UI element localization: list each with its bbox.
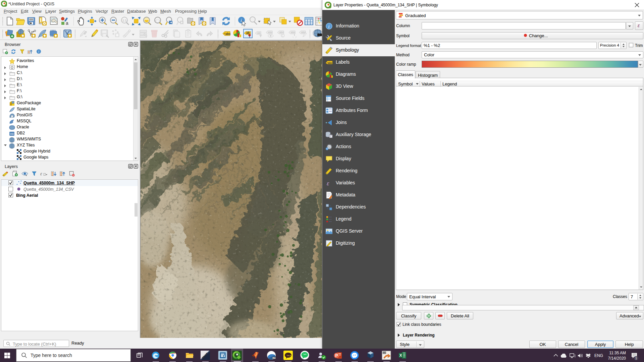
svg-text:G4: G4 (383, 352, 386, 354)
svg-text:1:1: 1:1 (122, 19, 127, 22)
svg-text:ε: ε (40, 171, 42, 176)
svg-text:i: i (328, 24, 330, 29)
svg-text:DB2: DB2 (10, 133, 14, 135)
svg-text:a: a (66, 20, 68, 26)
svg-text:abc: abc (328, 61, 332, 64)
svg-text:abc: abc (225, 32, 231, 36)
svg-text:ε: ε (327, 180, 329, 187)
svg-text:abc: abc (268, 31, 273, 34)
svg-text:ab: ab (257, 32, 260, 35)
svg-text:i: i (38, 50, 39, 53)
svg-text:TALK: TALK (286, 355, 291, 357)
svg-text:abc: abc (279, 31, 284, 34)
svg-text:Pro: Pro (273, 357, 276, 359)
svg-text:i: i (240, 18, 242, 23)
svg-text:X: X (399, 353, 402, 357)
svg-text:ab: ab (246, 31, 250, 35)
svg-text:P: P (335, 353, 338, 358)
svg-text:abc: abc (291, 31, 296, 34)
